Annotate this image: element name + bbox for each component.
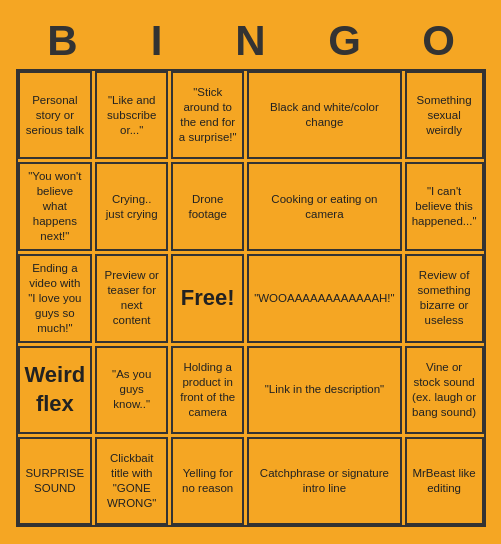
bingo-cell-b4: Weird flex: [18, 346, 93, 434]
header-letter-o: O: [395, 17, 483, 65]
bingo-cell-g1: Black and white/color change: [247, 71, 401, 159]
bingo-cell-o2: "I can't believe this happened...": [405, 162, 484, 251]
bingo-cell-o1: Something sexual weirdly: [405, 71, 484, 159]
bingo-cell-i4: "As you guys know..": [95, 346, 168, 434]
header-letter-g: G: [301, 17, 389, 65]
header-letter-n: N: [207, 17, 295, 65]
header-letter-i: I: [113, 17, 201, 65]
bingo-cell-o3: Review of something bizarre or useless: [405, 254, 484, 343]
bingo-cell-i1: "Like and subscribe or...": [95, 71, 168, 159]
bingo-cell-n5: Yelling for no reason: [171, 437, 244, 525]
bingo-cell-g3: "WOOAAAAAAAAAAAAH!": [247, 254, 401, 343]
bingo-cell-b5: SURPRISE SOUND: [18, 437, 93, 525]
bingo-cell-g2: Cooking or eating on camera: [247, 162, 401, 251]
bingo-header: BINGO: [16, 17, 486, 65]
bingo-cell-b1: Personal story or serious talk: [18, 71, 93, 159]
bingo-cell-o5: MrBeast like editing: [405, 437, 484, 525]
bingo-cell-i3: Preview or teaser for next content: [95, 254, 168, 343]
bingo-cell-n1: "Stick around to the end for a surprise!…: [171, 71, 244, 159]
bingo-card: BINGO Personal story or serious talk"Lik…: [6, 7, 496, 536]
bingo-cell-i2: Crying.. just crying: [95, 162, 168, 251]
bingo-cell-n2: Drone footage: [171, 162, 244, 251]
bingo-grid: Personal story or serious talk"Like and …: [16, 69, 486, 526]
bingo-cell-n3: Free!: [171, 254, 244, 343]
bingo-cell-o4: Vine or stock sound (ex. laugh or bang s…: [405, 346, 484, 434]
bingo-cell-b3: Ending a video with "I love you guys so …: [18, 254, 93, 343]
bingo-cell-b2: "You won't believe what happens next!": [18, 162, 93, 251]
bingo-cell-n4: Holding a product in front of the camera: [171, 346, 244, 434]
bingo-cell-g5: Catchphrase or signature intro line: [247, 437, 401, 525]
header-letter-b: B: [19, 17, 107, 65]
bingo-cell-g4: "Link in the description": [247, 346, 401, 434]
bingo-cell-i5: Clickbait title with "GONE WRONG": [95, 437, 168, 525]
